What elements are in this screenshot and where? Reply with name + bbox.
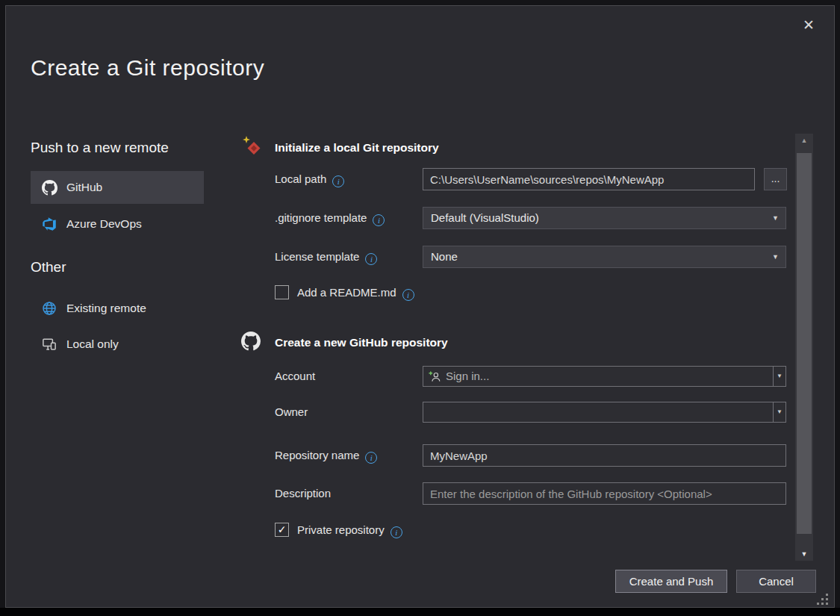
section-title: Initialize a local Git repository [275, 138, 439, 158]
scroll-down-icon[interactable]: ▼ [795, 547, 813, 561]
close-icon[interactable]: ✕ [798, 15, 819, 36]
info-icon[interactable]: i [365, 452, 377, 464]
dialog-title: Create a Git repository [31, 55, 264, 81]
repository-name-input[interactable] [423, 444, 786, 467]
section-initialize-local: Initialize a local Git repository [243, 138, 791, 158]
local-path-label: Local pathi [275, 168, 344, 190]
info-icon[interactable]: i [373, 214, 385, 226]
screen: ✕ Create a Git repository Push to a new … [0, 0, 840, 616]
readme-label: Add a README.mdi [297, 284, 414, 302]
owner-label: Owner [275, 402, 308, 423]
account-dropdown[interactable]: Sign in... ▼ [423, 366, 786, 387]
chevron-down-icon[interactable]: ▼ [773, 402, 785, 422]
readme-checkbox[interactable] [275, 285, 289, 299]
gitignore-value: Default (VisualStudio) [431, 211, 539, 224]
chevron-down-icon: ▼ [772, 208, 779, 228]
resize-grip[interactable] [817, 594, 830, 607]
info-icon[interactable]: i [365, 253, 377, 265]
bottom-edge [0, 608, 840, 616]
local-path-input[interactable] [423, 168, 755, 190]
browse-button[interactable]: ... [764, 168, 787, 190]
check-icon: ✓ [278, 523, 287, 535]
license-row: License templatei None ▼ [243, 246, 791, 268]
description-row: Description [243, 482, 791, 505]
github-icon [41, 179, 57, 196]
github-icon [241, 332, 261, 351]
license-value: None [431, 250, 458, 263]
section-create-github: Create a new GitHub repository [243, 333, 791, 352]
azure-devops-icon [41, 216, 57, 232]
gitignore-label: .gitignore templatei [275, 207, 385, 229]
vertical-scrollbar[interactable]: ▲ ▼ [795, 134, 813, 561]
repository-name-label: Repository namei [275, 444, 377, 467]
private-repository-row: ✓ Private repositoryi [243, 521, 791, 541]
private-repository-label: Private repositoryi [297, 521, 402, 539]
description-input[interactable] [423, 482, 786, 505]
repository-name-row: Repository namei [243, 444, 791, 467]
license-dropdown[interactable]: None ▼ [423, 246, 786, 268]
create-and-push-button[interactable]: Create and Push [615, 570, 727, 593]
sidebar-item-existing-remote[interactable]: Existing remote [31, 293, 204, 323]
create-git-repository-dialog: ✕ Create a Git repository Push to a new … [5, 5, 835, 608]
local-path-row: Local pathi ... [243, 168, 791, 190]
account-label: Account [275, 366, 315, 387]
main-form: Initialize a local Git repository Local … [243, 134, 791, 552]
sidebar-heading-other: Other [31, 259, 66, 276]
sidebar-item-local-only[interactable]: Local only [31, 329, 204, 359]
owner-dropdown[interactable]: ▼ [423, 402, 786, 423]
monitor-icon [41, 336, 57, 352]
sidebar-item-azure-devops[interactable]: Azure DevOps [31, 209, 204, 239]
gitignore-dropdown[interactable]: Default (VisualStudio) ▼ [423, 207, 786, 229]
sidebar-item-github[interactable]: GitHub [31, 171, 204, 204]
gitignore-row: .gitignore templatei Default (VisualStud… [243, 207, 791, 229]
sidebar-item-label: Local only [66, 337, 119, 351]
section-title: Create a new GitHub repository [275, 333, 448, 352]
scroll-up-icon[interactable]: ▲ [795, 134, 813, 147]
globe-icon [41, 300, 57, 317]
sidebar-item-label: Existing remote [66, 302, 146, 315]
account-row: Account Sign in... ▼ [243, 366, 791, 387]
info-icon[interactable]: i [402, 289, 414, 301]
scrollbar-thumb[interactable] [797, 153, 812, 534]
info-icon[interactable]: i [332, 175, 344, 187]
sidebar-item-label: GitHub [66, 181, 102, 194]
private-repository-checkbox[interactable]: ✓ [275, 523, 289, 537]
readme-row: Add a README.mdi [243, 284, 791, 303]
chevron-down-icon[interactable]: ▼ [773, 367, 785, 386]
add-user-icon [428, 370, 441, 383]
sidebar-heading-push: Push to a new remote [31, 140, 169, 156]
chevron-down-icon: ▼ [772, 246, 779, 267]
sidebar: Push to a new remote GitHub Azure DevOps… [31, 140, 204, 371]
new-repository-icon [241, 135, 264, 158]
sidebar-item-label: Azure DevOps [66, 217, 142, 231]
description-label: Description [275, 482, 331, 505]
info-icon[interactable]: i [391, 526, 402, 538]
owner-row: Owner ▼ [243, 402, 791, 423]
license-label: License templatei [275, 246, 377, 268]
account-value: Sign in... [446, 367, 489, 386]
cancel-button[interactable]: Cancel [736, 570, 816, 593]
